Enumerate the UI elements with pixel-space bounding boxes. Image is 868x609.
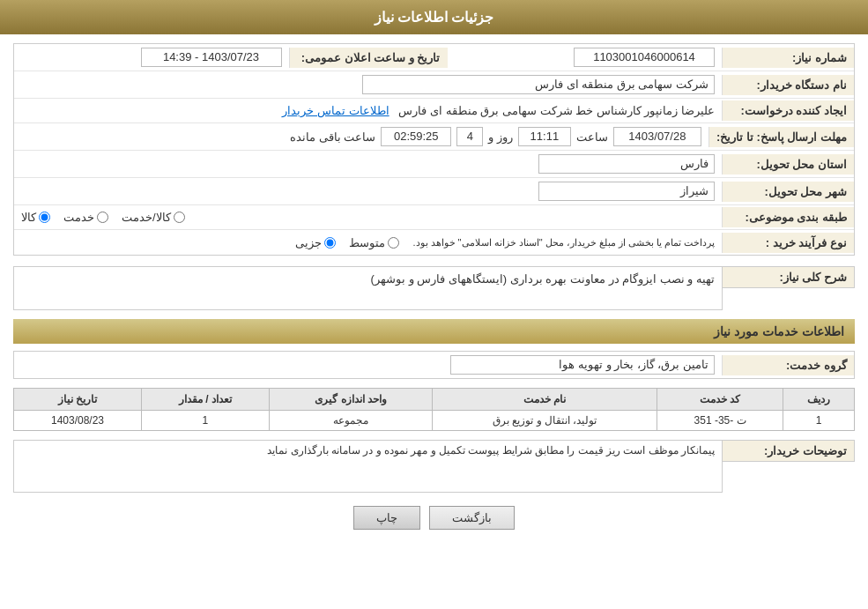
service-group-value: تامین برق، گاز، بخار و تهویه هوا xyxy=(450,355,715,375)
service-group-value-cell: تامین برق، گاز، بخار و تهویه هوا xyxy=(14,352,722,378)
radio-partial[interactable] xyxy=(324,237,336,249)
creator-value-cell: علیرضا زمانپور کارشناس خط شرکت سهامی برق… xyxy=(14,100,722,121)
page-header: جزئیات اطلاعات نیاز xyxy=(0,0,868,34)
service-group-label: گروه خدمت: xyxy=(722,355,854,375)
city-label: شهر محل تحویل: xyxy=(722,182,854,202)
purchase-type-cell: پرداخت تمام یا بخشی از مبلغ خریدار، محل … xyxy=(14,233,722,253)
purchase-type-note: پرداخت تمام یا بخشی از مبلغ خریدار، محل … xyxy=(412,237,715,249)
deadline-days-label: روز و xyxy=(488,130,513,144)
cell-unit: مجموعه xyxy=(269,411,433,431)
print-button[interactable]: چاپ xyxy=(353,506,420,530)
announce-datetime-value-cell: 1403/07/23 - 14:39 xyxy=(14,44,289,71)
cell-row: 1 xyxy=(783,411,855,431)
need-number-label: شماره نیاز: xyxy=(722,48,854,68)
deadline-time: 11:11 xyxy=(518,127,571,146)
buyer-notes-value: پیمانکار موظف است ریز قیمت را مطابق شرای… xyxy=(13,440,723,493)
col-code: کد خدمت xyxy=(657,389,783,411)
category-label: طبقه بندی موضوعی: xyxy=(722,207,854,227)
buyer-notes-section: توضیحات خریدار: پیمانکار موظف است ریز قی… xyxy=(13,440,855,493)
province-row: استان محل تحویل: فارس xyxy=(14,151,854,178)
purchase-type-radio-medium[interactable]: متوسط xyxy=(349,236,399,249)
description-value: تهیه و نصب ایزوگام در معاونت بهره برداری… xyxy=(13,266,723,310)
cell-qty: 1 xyxy=(142,411,270,431)
radio-kala-khedmat-label: کالا/خدمت xyxy=(122,211,171,224)
need-number-value: 1103001046000614 xyxy=(574,48,715,67)
deadline-time-label: ساعت xyxy=(576,130,608,144)
purchase-type-label: نوع فرآیند خرید : xyxy=(722,233,854,253)
cell-code: ت -35- 351 xyxy=(657,411,783,431)
radio-medium[interactable] xyxy=(388,237,399,249)
table-row: 1 ت -35- 351 تولید، انتقال و توزیع برق م… xyxy=(14,411,855,431)
province-label: استان محل تحویل: xyxy=(722,154,854,175)
creator-row: ایجاد کننده درخواست: علیرضا زمانپور کارش… xyxy=(14,99,854,123)
col-row: ردیف xyxy=(783,389,855,411)
main-info-section: شماره نیاز: 1103001046000614 تاریخ و ساع… xyxy=(13,43,855,256)
city-value: شیراز xyxy=(538,182,715,201)
description-section: شرح کلی نیاز: تهیه و نصب ایزوگام در معاو… xyxy=(13,266,855,310)
province-value: فارس xyxy=(538,154,715,174)
service-group-row: گروه خدمت: تامین برق، گاز، بخار و تهویه … xyxy=(14,352,854,378)
back-button[interactable]: بازگشت xyxy=(429,506,515,530)
radio-partial-label: جزیی xyxy=(295,236,322,249)
col-date: تاریخ نیاز xyxy=(14,389,142,411)
col-qty: تعداد / مقدار xyxy=(142,389,270,411)
buttons-row: بازگشت چاپ xyxy=(13,506,855,543)
province-value-cell: فارس xyxy=(14,151,722,177)
need-number-value-cell: 1103001046000614 xyxy=(448,44,723,71)
deadline-days: 4 xyxy=(456,127,483,146)
purchase-type-radio-partial[interactable]: جزیی xyxy=(295,236,336,249)
page-title: جزئیات اطلاعات نیاز xyxy=(375,10,494,25)
creator-value: علیرضا زمانپور کارشناس خط شرکت سهامی برق… xyxy=(398,104,715,117)
category-row: طبقه بندی موضوعی: کالا/خدمت خدمت کالا xyxy=(14,205,854,230)
need-number-row: شماره نیاز: 1103001046000614 تاریخ و ساع… xyxy=(14,44,854,71)
col-name: نام خدمت xyxy=(433,389,657,411)
category-radio-khedmat[interactable]: خدمت xyxy=(63,211,108,224)
deadline-label: مهلت ارسال پاسخ: تا تاریخ: xyxy=(708,127,854,147)
service-group-section: گروه خدمت: تامین برق، گاز، بخار و تهویه … xyxy=(13,351,855,379)
category-radio-kala-khedmat[interactable]: کالا/خدمت xyxy=(122,211,185,224)
col-unit: واحد اندازه گیری xyxy=(269,389,433,411)
category-radio-group: کالا/خدمت خدمت کالا xyxy=(14,207,722,227)
buyer-name-value-cell: شرکت سهامی برق منطقه ای فارس xyxy=(14,71,722,98)
radio-khedmat-label: خدمت xyxy=(63,211,94,224)
buyer-notes-label: توضیحات خریدار: xyxy=(723,440,855,462)
city-value-cell: شیراز xyxy=(14,178,722,204)
deadline-date: 1403/07/28 xyxy=(613,127,701,146)
radio-khedmat[interactable] xyxy=(97,212,108,223)
deadline-values: 1403/07/28 ساعت 11:11 روز و 4 02:59:25 س… xyxy=(14,123,708,150)
creator-label: ایجاد کننده درخواست: xyxy=(722,100,854,121)
deadline-remaining-label: ساعت باقی مانده xyxy=(290,130,375,144)
deadline-remaining: 02:59:25 xyxy=(381,127,451,146)
services-section-header: اطلاعات خدمات مورد نیاز xyxy=(13,319,855,344)
description-label: شرح کلی نیاز: xyxy=(723,266,855,288)
radio-medium-label: متوسط xyxy=(349,236,385,249)
buyer-name-value: شرکت سهامی برق منطقه ای فارس xyxy=(362,75,715,94)
services-table-section: ردیف کد خدمت نام خدمت واحد اندازه گیری ت… xyxy=(13,388,855,431)
radio-kala-khedmat[interactable] xyxy=(174,212,185,223)
services-table: ردیف کد خدمت نام خدمت واحد اندازه گیری ت… xyxy=(13,388,855,431)
purchase-type-row: نوع فرآیند خرید : پرداخت تمام یا بخشی از… xyxy=(14,230,854,255)
city-row: شهر محل تحویل: شیراز xyxy=(14,178,854,205)
buyer-name-label: نام دستگاه خریدار: xyxy=(722,75,854,95)
buyer-name-row: نام دستگاه خریدار: شرکت سهامی برق منطقه … xyxy=(14,71,854,99)
category-radio-kala[interactable]: کالا xyxy=(21,211,50,224)
deadline-row: مهلت ارسال پاسخ: تا تاریخ: 1403/07/28 سا… xyxy=(14,123,854,151)
radio-kala-label: کالا xyxy=(21,211,36,224)
contact-link[interactable]: اطلاعات تماس خریدار xyxy=(282,104,389,117)
cell-name: تولید، انتقال و توزیع برق xyxy=(433,411,657,431)
announce-datetime-value: 1403/07/23 - 14:39 xyxy=(141,48,282,67)
cell-date: 1403/08/23 xyxy=(14,411,142,431)
radio-kala[interactable] xyxy=(39,212,50,223)
announce-datetime-label: تاریخ و ساعت اعلان عمومی: xyxy=(289,48,448,68)
